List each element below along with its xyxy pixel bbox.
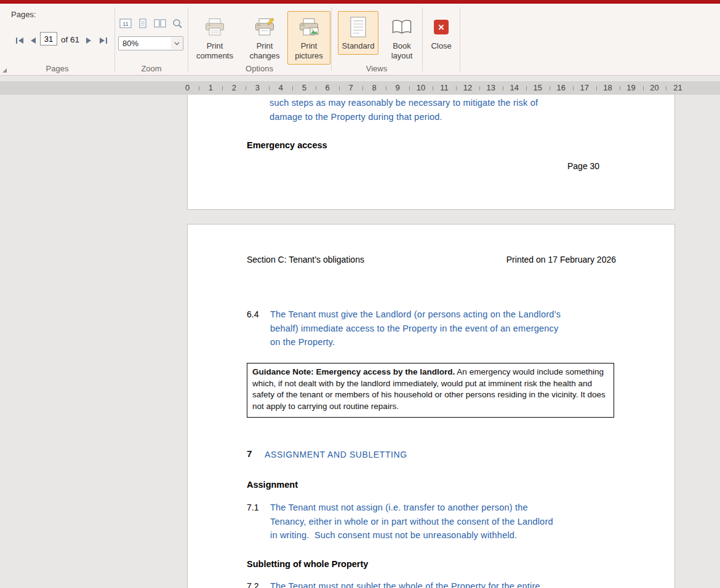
last-page-button[interactable] [97,34,109,47]
subletting-heading: Subletting of whole Property [247,559,368,569]
current-page-input[interactable] [40,32,57,46]
previous-page-icon [30,37,37,44]
multiple-pages-icon [154,18,166,28]
ruler-track: 0123456789101112131415161718192021 [0,81,720,95]
book-layout-button[interactable]: Book layout [382,11,422,65]
close-print-preview-button[interactable]: ✕ Close [423,11,459,55]
print-pictures-icon [298,15,320,39]
standard-view-icon [350,15,367,39]
zoom-group-label: Zoom [115,64,188,73]
print-changes-button[interactable]: Print changes [243,11,286,65]
ruler: 0123456789101112131415161718192021 [0,81,720,95]
page-header: Section C: Tenant’s obligations Printed … [247,255,616,264]
emergency-access-heading: Emergency access [247,140,327,150]
print-preview-ribbon: Pages: of 61 Pages 11 80% Zoom P [0,4,720,76]
one-page-view-button[interactable] [135,17,150,30]
one-page-icon [138,18,148,28]
clause-6-4-number: 6.4 [247,308,258,322]
first-page-button[interactable] [14,34,26,47]
next-page-button[interactable] [82,34,95,47]
close-button-label: Close [431,41,451,51]
guidance-note-lead: Guidance Note: Emergency access by the l… [252,367,455,376]
assignment-heading: Assignment [247,480,298,490]
guidance-note-box: Guidance Note: Emergency access by the l… [247,363,614,418]
zoom-dropdown-chevron[interactable] [171,38,182,49]
previous-page-button[interactable] [27,34,39,47]
clause-7-2-number: 7.2 [247,579,258,588]
group-separator [114,7,115,71]
print-comments-label: Print comments [196,41,233,61]
document-canvas[interactable]: such steps as may reasonably be necessar… [0,95,720,588]
clause-7-1-text: The Tenant must not assign (i.e. transfe… [270,501,553,542]
print-pictures-label: Print pictures [295,41,323,61]
standard-view-button[interactable]: Standard [338,11,378,55]
document-page-30: such steps as may reasonably be necessar… [187,95,675,210]
last-page-icon [98,37,108,44]
paragraph-continuation: such steps as may reasonably be necessar… [270,96,538,124]
print-changes-icon [254,15,276,39]
zoom-level-select[interactable]: 80% [118,36,183,50]
page-count-label: of 61 [61,35,79,44]
header-section-title: Section C: Tenant’s obligations [247,255,364,264]
zoom-100-button[interactable]: 11 [118,17,133,30]
group-separator [422,7,423,71]
clause-7-1-number: 7.1 [247,501,258,515]
group-separator [460,7,460,71]
magnifier-icon [172,18,183,29]
print-comments-button[interactable]: Print comments [193,11,236,65]
pages-group-label: Pages [0,64,114,73]
multiple-pages-view-button[interactable] [153,17,167,30]
next-page-icon [85,37,92,44]
book-layout-label: Book layout [391,41,413,61]
book-layout-icon [391,15,412,39]
header-printed-date: Printed on 17 February 2026 [506,255,616,264]
print-changes-label: Print changes [249,41,279,61]
print-pictures-button[interactable]: Print pictures [287,11,330,65]
views-group-label: Views [331,64,422,73]
section-7-number: 7 [247,448,252,459]
pages-caption: Pages: [11,10,36,19]
section-7-title: ASSIGNMENT AND SUBLETTING [265,450,407,459]
chevron-down-icon [174,42,180,46]
close-icon: ✕ [434,20,449,34]
standard-view-label: Standard [342,41,375,51]
document-page-31: Section C: Tenant’s obligations Printed … [187,224,675,588]
zoom-100-icon: 11 [119,18,132,28]
clause-6-4-text: The Tenant must give the Landlord (or pe… [270,308,561,349]
group-separator [331,7,332,71]
page-number-footer: Page 30 [567,161,599,171]
options-group-label: Options [188,64,331,73]
dialog-launcher-icon[interactable] [2,68,7,73]
svg-text:11: 11 [122,21,128,27]
first-page-icon [15,37,25,44]
zoom-level-value: 80% [122,39,138,48]
magnifier-button[interactable] [170,17,185,30]
print-comments-icon [204,15,226,39]
group-separator [188,7,188,71]
clause-7-2-text: The Tenant must not sublet the whole of … [270,579,540,588]
